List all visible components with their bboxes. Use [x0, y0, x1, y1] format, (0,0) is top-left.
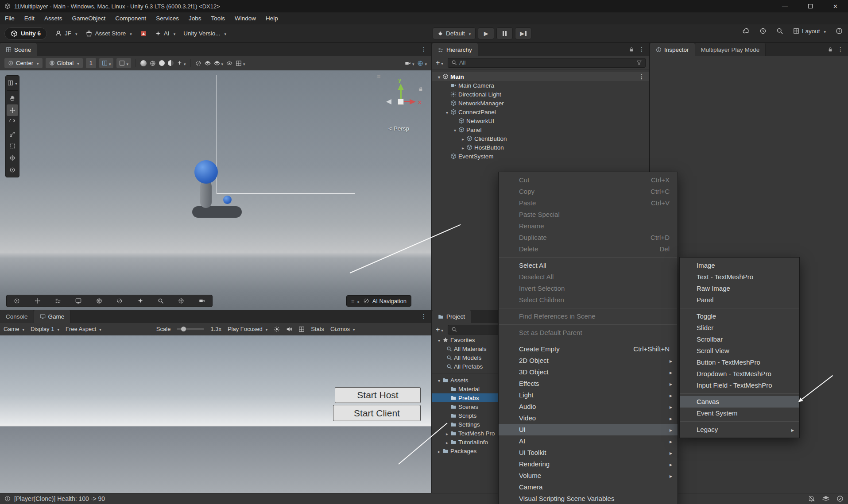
hierarchy-row[interactable]: EventSystem [432, 152, 649, 161]
move-tool[interactable] [7, 104, 18, 116]
move-overlay-icon[interactable] [35, 298, 41, 304]
perspective-label[interactable]: < Persp [388, 125, 409, 132]
grid-visibility-dropdown[interactable] [99, 58, 114, 68]
menu-item-select-all[interactable]: Select All [499, 260, 678, 271]
sphere-overlay-icon[interactable] [116, 298, 123, 304]
menu-help[interactable]: Help [261, 12, 283, 24]
menu-item-audio[interactable]: Audio [499, 401, 678, 412]
hand-tool[interactable] [7, 92, 18, 104]
overlays-icon[interactable] [14, 298, 20, 304]
scene-viewport[interactable]: y x < Persp [0, 70, 431, 310]
submenu-item-panel[interactable]: Panel [680, 294, 799, 306]
submenu-item-slider[interactable]: Slider [680, 322, 799, 334]
expander-icon[interactable] [436, 448, 442, 454]
notifications-muted-icon[interactable] [808, 495, 815, 502]
history-icon[interactable] [759, 27, 767, 35]
lock-icon[interactable] [418, 86, 423, 92]
tab-console[interactable]: Console [0, 310, 34, 323]
custom-tool[interactable] [7, 164, 18, 176]
scale-slider-knob[interactable] [181, 327, 186, 331]
grid-size-field[interactable]: 1 [86, 58, 96, 68]
menu-item-visual-scripting-scene-variables[interactable]: Visual Scripting Scene Variables [499, 493, 678, 504]
submenu-item-event-system[interactable]: Event System [680, 408, 799, 419]
unity-version-dropdown[interactable]: Unity Versio... [183, 30, 226, 37]
kebab-menu-icon[interactable] [416, 313, 431, 320]
search-filter-icon[interactable] [636, 60, 642, 65]
menu-services[interactable]: Services [151, 12, 184, 24]
menu-item-ai[interactable]: AI [499, 435, 678, 447]
lighting-toggle-icon[interactable] [140, 60, 147, 66]
scene-visibility-eye-icon[interactable] [226, 60, 232, 66]
fog-toggle-icon[interactable] [168, 60, 174, 66]
transform-tool[interactable] [7, 152, 18, 164]
display-dropdown[interactable]: Display 1 [31, 326, 59, 332]
rotate-tool[interactable] [7, 116, 18, 128]
transform-overlay-icon[interactable] [178, 298, 184, 304]
kebab-menu-icon[interactable] [833, 46, 848, 53]
submenu-item-scrollbar[interactable]: Scrollbar [680, 334, 799, 345]
step-button[interactable]: ▶ [515, 27, 531, 39]
add-object-button[interactable]: + [436, 59, 443, 67]
search-overlay-icon[interactable] [158, 298, 164, 304]
kebab-menu-icon[interactable] [634, 46, 649, 53]
tab-game[interactable]: Game [34, 310, 71, 323]
menu-item-effects[interactable]: Effects [499, 378, 678, 389]
hierarchy-row[interactable]: NetworkManager [432, 99, 649, 108]
hierarchy-row-main[interactable]: Main [432, 72, 649, 81]
submenu-item-text-tmp[interactable]: Text - TextMeshPro [680, 271, 799, 283]
kebab-menu-icon[interactable] [416, 46, 431, 53]
start-host-button[interactable]: Start Host [335, 388, 420, 403]
menu-item-light[interactable]: Light [499, 389, 678, 401]
hierarchy-row[interactable]: ConnectPanel [432, 108, 649, 116]
menu-edit[interactable]: Edit [19, 12, 39, 24]
submenu-item-toggle[interactable]: Toggle [680, 311, 799, 322]
light-probes-icon[interactable] [159, 60, 165, 66]
close-button[interactable]: ✕ [823, 0, 848, 12]
tool-handle-position-dropdown[interactable]: Center [4, 58, 43, 68]
unity-hub-button[interactable]: Unity 6 [4, 27, 47, 40]
menu-file[interactable]: File [0, 12, 19, 24]
expander-icon[interactable] [436, 337, 442, 343]
menu-assets[interactable]: Assets [39, 12, 67, 24]
menu-component[interactable]: Component [110, 12, 151, 24]
menu-item-rendering[interactable]: Rendering [499, 458, 678, 470]
tool-handle-rotation-dropdown[interactable]: Global [46, 58, 83, 68]
hierarchy-row[interactable]: Main Camera [432, 81, 649, 90]
expander-icon[interactable] [460, 144, 466, 151]
expander-icon[interactable] [460, 135, 466, 142]
tab-multiplayer-play-mode[interactable]: Multiplayer Play Mode [695, 43, 766, 56]
minimize-button[interactable]: — [772, 0, 798, 12]
scale-tool[interactable] [7, 128, 18, 140]
hierarchy-row[interactable]: HostButton [432, 143, 649, 152]
hierarchy-row[interactable]: ClientButton [432, 134, 649, 143]
menu-item-camera[interactable]: Camera [499, 481, 678, 493]
play-mode-dropdown[interactable]: Default [433, 27, 476, 39]
menu-item-2d-object[interactable]: 2D Object [499, 355, 678, 366]
camera-settings-dropdown[interactable] [405, 59, 414, 67]
cameras-overlay-icon[interactable] [75, 298, 81, 304]
tab-project[interactable]: Project [432, 310, 471, 323]
player-sphere[interactable] [194, 160, 218, 184]
expander-icon[interactable] [436, 73, 442, 80]
scene-view-options-dropdown[interactable] [417, 59, 427, 67]
snap-settings-dropdown[interactable] [116, 58, 131, 68]
submenu-item-button-tmp[interactable]: Button - TextMeshPro [680, 357, 799, 368]
effects-dropdown[interactable] [177, 59, 186, 67]
cloud-icon[interactable] [743, 27, 750, 35]
vehicle-overlay-icon[interactable] [199, 298, 205, 304]
stats-overlay-icon[interactable] [55, 298, 61, 304]
start-client-button[interactable]: Start Client [333, 405, 420, 421]
hierarchy-row[interactable]: Panel [432, 125, 649, 134]
submenu-item-scroll-view[interactable]: Scroll View [680, 345, 799, 357]
overlay-visibility-dropdown[interactable] [236, 59, 245, 67]
play-focused-dropdown[interactable]: Play Focused [228, 326, 267, 332]
expander-icon[interactable] [444, 109, 450, 115]
ai-navigation-overlay[interactable]: AI Navigation [346, 295, 411, 307]
aspect-dropdown[interactable]: Free Aspect [66, 326, 150, 332]
submenu-item-legacy[interactable]: Legacy [680, 424, 799, 435]
gizmos-dropdown[interactable]: Gizmos [330, 326, 355, 332]
lock-icon[interactable] [828, 47, 833, 52]
kebab-menu-icon[interactable] [634, 73, 649, 80]
maximize-button[interactable] [798, 0, 823, 12]
audio-toggle-icon[interactable] [286, 326, 292, 332]
